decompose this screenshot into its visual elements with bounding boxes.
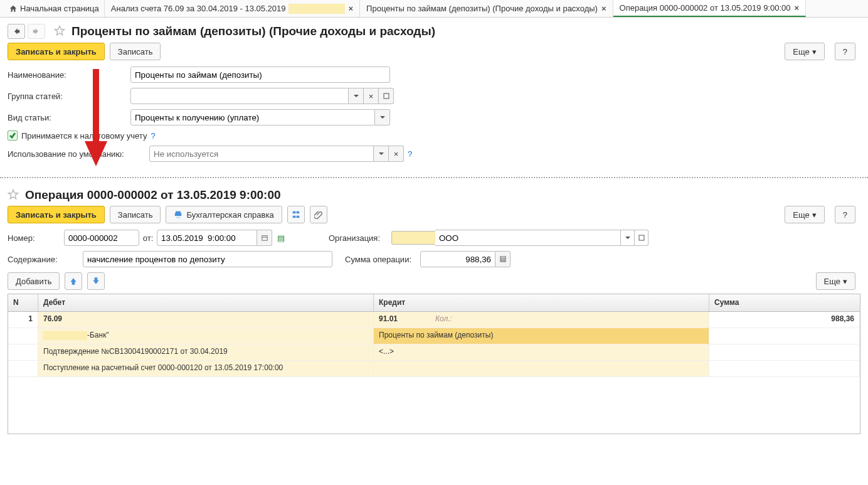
more-button[interactable]: Еще▾: [785, 43, 824, 60]
help-button[interactable]: ?: [835, 43, 855, 60]
label-kind: Вид статьи:: [8, 113, 130, 122]
help-link[interactable]: ?: [151, 131, 155, 141]
svg-rect-4: [639, 235, 644, 240]
redacted-block: [288, 4, 345, 14]
calculator-icon: [500, 256, 506, 262]
more-button[interactable]: Еще▾: [785, 206, 824, 223]
opsum-input[interactable]: [420, 251, 495, 267]
grid-header: N Дебет Кредит Сумма: [8, 294, 860, 312]
tax-checkbox[interactable]: [8, 131, 18, 141]
grid-row[interactable]: Поступление на расчетный счет 0000-00012…: [8, 361, 860, 377]
cell-credit: <...>: [374, 344, 709, 360]
col-n[interactable]: N: [8, 294, 38, 311]
group-combo: ×: [130, 88, 394, 104]
svg-rect-5: [500, 257, 505, 262]
label-org: Организация:: [329, 233, 391, 243]
tab-label: Анализ счета 76.09 за 30.04.2019 - 13.05…: [111, 4, 286, 13]
content-input[interactable]: [83, 251, 332, 267]
grid-row[interactable]: Подтверждение №СВ13004190002171 от 30.04…: [8, 344, 860, 361]
group-input[interactable]: [130, 88, 349, 104]
section-divider: [0, 177, 868, 178]
grid-empty-area[interactable]: [8, 377, 860, 434]
caret-down-icon: ▾: [843, 277, 847, 286]
caret-down-icon: [353, 93, 359, 99]
number-input[interactable]: [64, 230, 139, 246]
open-button[interactable]: [379, 88, 394, 104]
name-input[interactable]: [130, 67, 390, 83]
cell-debit: Подтверждение №СВ13004190002171 от 30.04…: [38, 344, 374, 360]
cell-debit: Поступление на расчетный счет 0000-00012…: [38, 361, 374, 376]
cell-sum: [709, 328, 860, 344]
cell-n: [8, 328, 38, 344]
move-up-button[interactable]: [65, 272, 82, 290]
more-button[interactable]: Еще▾: [816, 272, 855, 290]
more-label: Еще: [793, 210, 809, 220]
calendar-icon: [262, 235, 268, 241]
save-button[interactable]: Записать: [110, 43, 161, 60]
favorite-toggle[interactable]: [8, 189, 19, 202]
tab-analysis[interactable]: Анализ счета 76.09 за 30.04.2019 - 13.05…: [105, 0, 360, 17]
nav-row2: Операция 0000-000002 от 13.05.2019 9:00:…: [8, 188, 860, 202]
date-combo: [157, 230, 272, 246]
dropdown-button[interactable]: [375, 109, 390, 125]
printer-icon: [174, 210, 183, 219]
clear-button[interactable]: ×: [364, 88, 379, 104]
label-default-use: Использование по умолчанию:: [8, 149, 149, 159]
clear-button[interactable]: ×: [389, 146, 404, 162]
label-from: от:: [139, 233, 157, 243]
postings-grid: N Дебет Кредит Сумма 1 76.09 91.01Кол.: …: [8, 294, 860, 434]
credit-account: 91.01: [379, 314, 398, 323]
more-label: Еще: [793, 47, 809, 56]
col-sum[interactable]: Сумма: [709, 294, 860, 311]
date-input[interactable]: [157, 230, 257, 246]
tab-bar: Начальная страница Анализ счета 76.09 за…: [0, 0, 868, 18]
grid-row[interactable]: -Банк" Проценты по займам (депозиты): [8, 328, 860, 344]
calendar-button[interactable]: [257, 230, 272, 246]
favorite-toggle[interactable]: [54, 25, 65, 38]
cell-credit: 91.01Кол.:: [374, 312, 709, 328]
structure-button[interactable]: [287, 206, 305, 223]
save-close-button[interactable]: Записать и закрыть: [8, 43, 105, 60]
arrow-right-icon: [32, 27, 41, 36]
add-button[interactable]: Добавить: [8, 272, 60, 290]
close-icon[interactable]: ×: [795, 3, 800, 13]
org-input[interactable]: [435, 230, 621, 246]
close-icon[interactable]: ×: [349, 4, 354, 13]
bank-suffix: -Банк": [87, 331, 109, 339]
acc-ref-button[interactable]: Бухгалтерская справка: [166, 206, 282, 223]
opsum-combo: [420, 251, 511, 267]
tab-operation[interactable]: Операция 0000-000002 от 13.05.2019 9:00:…: [613, 0, 807, 17]
tab-home[interactable]: Начальная страница: [4, 0, 105, 17]
move-down-button[interactable]: [87, 272, 105, 290]
cell-debit: -Банк": [38, 328, 374, 344]
dropdown-button[interactable]: [621, 230, 635, 246]
col-debit[interactable]: Дебет: [38, 294, 374, 311]
dropdown-button[interactable]: [349, 88, 364, 104]
help-button[interactable]: ?: [835, 206, 855, 223]
home-icon: [9, 4, 18, 13]
dropdown-button[interactable]: [374, 146, 389, 162]
forward-button[interactable]: [28, 24, 45, 39]
back-button[interactable]: [8, 24, 25, 39]
col-credit[interactable]: Кредит: [374, 294, 709, 311]
calc-button[interactable]: [495, 251, 511, 267]
label-group: Группа статей:: [8, 92, 130, 101]
grid-body: 1 76.09 91.01Кол.: 988,36 -Банк" Процент…: [8, 312, 860, 434]
save-button[interactable]: Записать: [110, 206, 161, 223]
save-close-button[interactable]: Записать и закрыть: [8, 206, 105, 223]
svg-rect-2: [384, 93, 389, 99]
label-opsum: Сумма операции:: [345, 255, 420, 264]
cell-sum: [709, 344, 860, 360]
close-icon[interactable]: ×: [601, 4, 606, 13]
open-button[interactable]: [635, 230, 648, 246]
attach-button[interactable]: [310, 206, 327, 223]
label-content: Содержание:: [8, 255, 83, 264]
caret-down-icon: ▾: [812, 47, 817, 56]
arrow-up-icon: [69, 277, 78, 285]
star-icon: [8, 189, 19, 200]
help-link[interactable]: ?: [408, 149, 412, 159]
grid-row[interactable]: 1 76.09 91.01Кол.: 988,36: [8, 312, 860, 328]
kind-input[interactable]: [130, 109, 375, 125]
tab-interest[interactable]: Проценты по займам (депозиты) (Прочие до…: [360, 0, 613, 17]
default-use-input[interactable]: [149, 146, 374, 162]
